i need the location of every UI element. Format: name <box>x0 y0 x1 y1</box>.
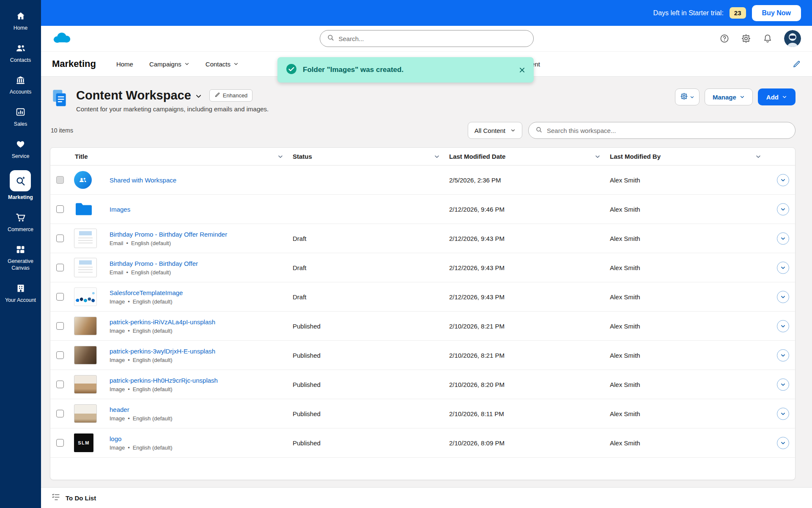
accounts-icon <box>14 74 26 86</box>
row-status: Published <box>293 381 449 388</box>
row-actions-menu-button[interactable] <box>777 408 789 420</box>
row-modified-by: Alex Smith <box>610 235 771 242</box>
tab-campaigns[interactable]: Campaigns <box>149 61 189 68</box>
table-row: patrick-perkins-3wylDrjxH-E-unsplash Ima… <box>50 341 795 370</box>
column-header-status[interactable]: Status <box>293 153 449 160</box>
add-button[interactable]: Add <box>758 88 796 105</box>
row-modified-date: 2/12/2026, 9:43 PM <box>449 235 610 242</box>
row-subtitle: Image • English (default) <box>110 444 293 451</box>
table-row: SLM logo Image • English (default) Publi… <box>50 428 795 458</box>
row-actions-menu-button[interactable] <box>777 378 789 391</box>
row-actions-menu-button[interactable] <box>777 232 789 245</box>
row-title-link[interactable]: Birthday Promo - Birthday Offer <box>110 260 198 267</box>
row-actions-menu-button[interactable] <box>777 203 789 215</box>
row-title-link[interactable]: patrick-perkins-Hh0Hz9crRjc-unsplash <box>110 377 218 384</box>
chevron-down-icon <box>782 94 787 101</box>
row-title-link[interactable]: patrick-perkins-iRiVzALa4pI-unsplash <box>110 318 215 326</box>
row-thumbnail <box>72 375 110 394</box>
row-title-link[interactable]: Shared with Workspace <box>110 177 176 184</box>
sidebar-item-accounts[interactable]: Accounts <box>10 74 31 96</box>
enhanced-badge[interactable]: Enhanced <box>209 89 253 102</box>
trial-days-label: Days left in Starter trial: <box>653 9 724 17</box>
table-header: Title Status Last Modified Date Last Mod… <box>50 148 795 166</box>
separator-dot: • <box>128 386 130 392</box>
sidebar-item-sales[interactable]: Sales <box>14 106 27 128</box>
notifications-bell-icon[interactable] <box>763 33 773 44</box>
row-subtitle: Image • English (default) <box>110 328 293 334</box>
row-actions-menu-button[interactable] <box>777 349 789 362</box>
sidebar-item-commerce[interactable]: Commerce <box>8 212 33 233</box>
chevron-down-icon <box>690 94 694 101</box>
photo-thumbnail <box>74 404 97 423</box>
row-actions-menu-button[interactable] <box>777 437 789 449</box>
row-modified-date: 2/10/2026, 8:21 PM <box>449 323 610 330</box>
workspace-search-input[interactable] <box>547 127 788 134</box>
row-title-link[interactable]: Birthday Promo - Birthday Offer Reminder <box>110 231 227 238</box>
global-search-input[interactable] <box>339 35 527 42</box>
row-language: English (default) <box>133 444 173 451</box>
edit-navigation-pencil-icon[interactable] <box>792 60 801 69</box>
toast-close-icon[interactable] <box>519 67 525 73</box>
search-icon <box>327 34 335 43</box>
tab-contacts[interactable]: Contacts <box>206 61 239 68</box>
workspace-settings-gear-button[interactable] <box>675 88 700 105</box>
todo-list-label[interactable]: To Do List <box>66 494 96 502</box>
row-checkbox[interactable] <box>56 322 64 330</box>
shared-workspace-icon <box>74 171 92 189</box>
row-checkbox[interactable] <box>56 381 64 388</box>
sidebar-item-service[interactable]: Service <box>12 138 30 160</box>
row-checkbox[interactable] <box>56 351 64 359</box>
row-checkbox[interactable] <box>56 176 64 184</box>
row-title-link[interactable]: SalesforceTemplateImage <box>110 289 183 296</box>
column-header-last-modified-by[interactable]: Last Modified By <box>610 153 771 160</box>
help-icon[interactable] <box>719 33 730 44</box>
logo-thumbnail: SLM <box>74 433 93 452</box>
page-title-menu-caret-icon[interactable] <box>195 93 202 99</box>
separator-dot: • <box>128 357 130 363</box>
row-modified-by: Alex Smith <box>610 177 771 184</box>
row-language: English (default) <box>133 415 173 422</box>
tab-home[interactable]: Home <box>116 61 133 68</box>
content-type-filter[interactable]: All Content <box>468 122 522 139</box>
manage-button[interactable]: Manage <box>705 88 753 105</box>
sidebar-item-home[interactable]: Home <box>14 10 27 32</box>
row-title-link[interactable]: logo <box>110 435 121 442</box>
sidebar-item-marketing[interactable]: Marketing <box>8 170 33 201</box>
email-thumbnail <box>74 229 97 248</box>
global-search[interactable] <box>320 30 534 47</box>
settings-gear-icon[interactable] <box>741 33 751 44</box>
row-title-link[interactable]: patrick-perkins-3wylDrjxH-E-unsplash <box>110 348 215 355</box>
row-modified-by: Alex Smith <box>610 439 771 447</box>
separator-dot: • <box>126 240 129 246</box>
row-title-link[interactable]: Images <box>110 206 130 213</box>
row-checkbox[interactable] <box>56 410 64 417</box>
row-title-link[interactable]: header <box>110 406 129 413</box>
table-row: patrick-perkins-Hh0Hz9crRjc-unsplash Ima… <box>50 370 795 399</box>
row-actions-menu-button[interactable] <box>777 174 789 186</box>
row-thumbnail <box>72 346 110 364</box>
row-checkbox[interactable] <box>56 205 64 213</box>
buy-now-button[interactable]: Buy Now <box>752 5 801 21</box>
row-checkbox[interactable] <box>56 264 64 271</box>
row-checkbox[interactable] <box>56 235 64 242</box>
table-body: Shared with Workspace • 2/5/2026, 2:36 P… <box>50 166 795 458</box>
row-checkbox[interactable] <box>56 293 64 301</box>
row-status: Published <box>293 352 449 359</box>
row-subtitle: Image • English (default) <box>110 386 293 392</box>
salesforce-app: Home Contacts Accounts Sales Service Mar… <box>0 0 812 508</box>
row-status: Draft <box>293 264 449 271</box>
sidebar-item-generative-canvas[interactable]: Generative Canvas <box>4 243 37 271</box>
row-status: Published <box>293 410 449 417</box>
row-actions-menu-button[interactable] <box>777 291 789 303</box>
row-status: Draft <box>293 293 449 301</box>
list-toolbar: 10 items All Content <box>50 122 796 139</box>
row-actions-menu-button[interactable] <box>777 320 789 332</box>
workspace-search[interactable] <box>528 122 796 139</box>
column-header-title[interactable]: Title <box>72 153 293 160</box>
user-avatar[interactable] <box>784 30 801 47</box>
column-header-last-modified-date[interactable]: Last Modified Date <box>449 153 610 160</box>
sidebar-item-contacts[interactable]: Contacts <box>10 42 31 64</box>
sidebar-item-your-account[interactable]: Your Account <box>5 282 36 304</box>
row-checkbox[interactable] <box>56 439 64 447</box>
row-actions-menu-button[interactable] <box>777 262 789 274</box>
